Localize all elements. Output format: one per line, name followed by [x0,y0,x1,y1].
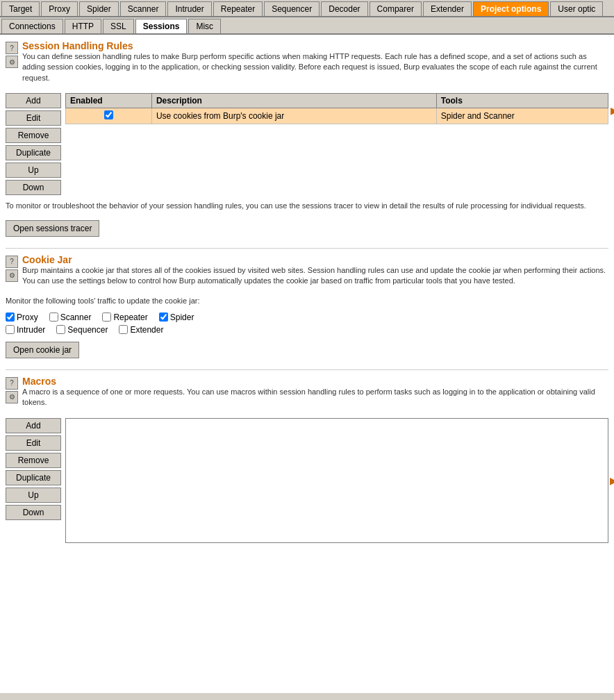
cookie-proxy-item[interactable]: Proxy [6,312,38,322]
tab-sequencer[interactable]: Sequencer [264,1,320,16]
open-sessions-tracer-button[interactable]: Open sessions tracer [6,220,99,237]
macros-down-button[interactable]: Down [6,505,61,520]
proxy-label: Proxy [17,312,38,322]
tracer-note: To monitor or troubleshoot the behavior … [6,201,608,211]
cookie-intruder-item[interactable]: Intruder [6,325,45,335]
cookie-tools-row2: Intruder Sequencer Extender [6,325,608,335]
cookie-extender-item[interactable]: Extender [119,325,163,335]
tab-extender[interactable]: Extender [423,1,472,16]
extender-checkbox[interactable] [119,325,128,334]
spider-label: Spider [170,312,194,322]
sequencer-label: Sequencer [67,325,108,335]
subtab-http[interactable]: HTTP [65,19,101,33]
proxy-checkbox[interactable] [6,312,15,322]
col-tools: Tools [436,94,608,108]
open-cookie-jar-button[interactable]: Open cookie jar [6,342,79,358]
repeater-label: Repeater [113,312,147,322]
macros-section: ? ⚙ Macros A macro is a sequence of one … [6,376,608,543]
session-down-button[interactable]: Down [6,180,61,195]
cookie-jar-title: Cookie Jar [22,254,608,265]
session-edit-button[interactable]: Edit [6,110,61,126]
intruder-checkbox[interactable] [6,325,15,334]
session-duplicate-button[interactable]: Duplicate [6,145,61,160]
top-tab-bar: Target Proxy Spider Scanner Intruder Rep… [0,0,614,17]
extender-label: Extender [130,325,163,335]
session-remove-button[interactable]: Remove [6,128,61,143]
tab-proxy[interactable]: Proxy [41,1,78,16]
monitor-label: Monitor the following tools' traffic to … [6,296,608,306]
tab-decoder[interactable]: Decoder [321,1,367,16]
subtab-ssl[interactable]: SSL [103,19,134,33]
macros-table-wrapper: ▶ [65,418,608,543]
gear-icon[interactable]: ⚙ [6,56,18,68]
macros-icons: ? ⚙ [6,377,18,403]
row-tools: Spider and Scanner [436,108,608,124]
intruder-label: Intruder [17,325,45,335]
subtab-misc[interactable]: Misc [188,19,221,33]
cookie-spider-item[interactable]: Spider [159,312,194,322]
macros-add-button[interactable]: Add [6,418,61,433]
cookie-repeater-item[interactable]: Repeater [102,312,147,322]
session-handling-header: ? ⚙ Session Handling Rules You can defin… [6,40,608,89]
scanner-checkbox[interactable] [49,312,58,322]
cookie-icons: ? ⚙ [6,256,18,282]
cookie-scanner-item[interactable]: Scanner [49,312,92,322]
session-handling-desc: You can define session handling rules to… [22,51,608,83]
macros-gear-icon[interactable]: ⚙ [6,391,18,403]
macros-buttons: Add Edit Remove Duplicate Up Down [6,418,61,520]
macros-header: ? ⚙ Macros A macro is a sequence of one … [6,376,608,414]
tab-comparer[interactable]: Comparer [370,1,422,16]
sequencer-checkbox[interactable] [56,325,65,334]
macros-up-button[interactable]: Up [6,488,61,503]
macros-duplicate-button[interactable]: Duplicate [6,470,61,485]
cookie-jar-section: ? ⚙ Cookie Jar Burp maintains a cookie j… [6,254,608,358]
session-handling-title: Session Handling Rules [22,40,608,51]
row-description: Use cookies from Burp's cookie jar [151,108,436,124]
cookie-jar-desc: Burp maintains a cookie jar that stores … [22,265,608,287]
repeater-checkbox[interactable] [102,312,111,322]
tab-intruder[interactable]: Intruder [167,1,211,16]
macros-remove-button[interactable]: Remove [6,453,61,468]
main-content: ? ⚙ Session Handling Rules You can defin… [0,35,614,693]
table-row[interactable]: Use cookies from Burp's cookie jar Spide… [66,108,608,124]
col-description: Description [151,94,436,108]
col-enabled: Enabled [66,94,152,108]
cookie-tools-row1: Proxy Scanner Repeater Spider [6,312,608,322]
session-handling-section: ? ⚙ Session Handling Rules You can defin… [6,40,608,237]
enabled-checkbox[interactable] [104,110,113,119]
table-arrow-right: ▶ [611,105,614,116]
session-buttons: Add Edit Remove Duplicate Up Down [6,93,61,195]
tab-project-options[interactable]: Project options [473,1,549,16]
session-add-button[interactable]: Add [6,93,61,108]
session-icons: ? ⚙ [6,42,18,68]
macros-arrow-right: ▶ [610,475,614,486]
macros-title: Macros [22,376,608,387]
tab-repeater[interactable]: Repeater [213,1,263,16]
macros-desc: A macro is a sequence of one or more req… [22,387,608,408]
macros-edit-button[interactable]: Edit [6,435,61,451]
session-table-section: Add Edit Remove Duplicate Up Down Enable… [6,93,608,195]
macros-question-icon[interactable]: ? [6,377,18,390]
scanner-label: Scanner [60,312,92,322]
question-icon[interactable]: ? [6,42,18,54]
session-up-button[interactable]: Up [6,162,61,178]
cookie-jar-header: ? ⚙ Cookie Jar Burp maintains a cookie j… [6,254,608,292]
session-rules-table: Enabled Description Tools Use cookies fr… [65,93,608,124]
tab-scanner[interactable]: Scanner [120,1,167,16]
macros-table-section: Add Edit Remove Duplicate Up Down ▶ [6,418,608,543]
cookie-sequencer-item[interactable]: Sequencer [56,325,108,335]
cookie-gear-icon[interactable]: ⚙ [6,269,18,282]
subtab-connections[interactable]: Connections [1,19,63,33]
spider-checkbox[interactable] [159,312,168,322]
tab-user-optic[interactable]: User optic [550,1,603,16]
session-table-wrapper: Enabled Description Tools Use cookies fr… [65,93,608,127]
subtab-sessions[interactable]: Sessions [135,19,188,33]
cookie-question-icon[interactable]: ? [6,256,18,268]
tab-spider[interactable]: Spider [79,1,119,16]
tab-target[interactable]: Target [1,1,40,16]
row-enabled [66,108,152,124]
sub-tab-bar: Connections HTTP SSL Sessions Misc [0,17,614,35]
